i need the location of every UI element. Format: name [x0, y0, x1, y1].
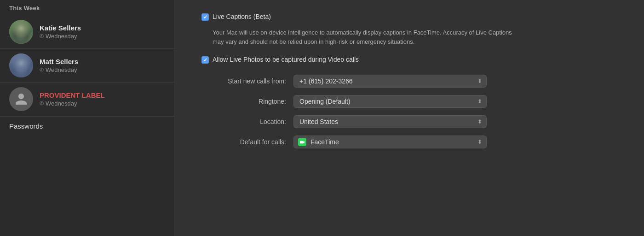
default-calls-row: Default for calls: FaceTime	[201, 136, 622, 148]
contact-name-provident: PROVIDENT LABEL	[40, 91, 105, 99]
live-captions-label: Live Captions (Beta)	[213, 13, 271, 20]
default-calls-label: Default for calls:	[201, 138, 293, 146]
live-photos-row: ✓ Allow Live Photos to be captured durin…	[201, 56, 622, 64]
live-captions-row: ✓ Live Captions (Beta)	[201, 13, 622, 21]
start-calls-dropdown[interactable]: +1 (615) 202-3266	[293, 75, 487, 88]
avatar-katie	[9, 20, 33, 44]
ringtone-dropdown-wrapper: Opening (Default)	[293, 95, 487, 108]
start-calls-row: Start new calls from: +1 (615) 202-3266	[201, 75, 622, 88]
checkbox-check-live-captions: ✓	[203, 15, 207, 20]
contact-item-matt[interactable]: Matt Sellers ✆ Wednesday	[0, 49, 174, 83]
phone-icon-provident: ✆	[40, 100, 44, 106]
live-photos-checkbox[interactable]: ✓	[201, 56, 209, 64]
phone-icon-matt: ✆	[40, 67, 44, 73]
location-dropdown-wrapper: United States	[293, 115, 487, 128]
passwords-item[interactable]: Passwords	[0, 116, 174, 136]
contact-day-katie: ✆ Wednesday	[40, 33, 81, 40]
phone-icon-katie: ✆	[40, 33, 44, 39]
start-calls-dropdown-wrapper: +1 (615) 202-3266	[293, 75, 487, 88]
contact-day-provident: ✆ Wednesday	[40, 100, 105, 107]
location-label: Location:	[201, 118, 293, 125]
start-calls-label: Start new calls from:	[201, 77, 293, 85]
contact-name-katie: Katie Sellers	[40, 24, 81, 32]
contact-day-matt: ✆ Wednesday	[40, 66, 78, 73]
live-captions-description: Your Mac will use on-device intelligence…	[201, 28, 514, 47]
live-photos-label: Allow Live Photos to be captured during …	[213, 56, 359, 63]
section-header: This Week	[0, 0, 174, 15]
default-calls-dropdown-wrapper: FaceTime	[293, 136, 487, 148]
contact-name-matt: Matt Sellers	[40, 58, 78, 65]
avatar-provident	[9, 87, 33, 111]
live-captions-checkbox[interactable]: ✓	[201, 13, 209, 21]
contact-info-katie: Katie Sellers ✆ Wednesday	[40, 24, 81, 40]
ringtone-label: Ringtone:	[201, 98, 293, 105]
left-panel: This Week Katie Sellers ✆ Wednesday Matt…	[0, 0, 175, 236]
location-row: Location: United States	[201, 115, 622, 128]
ringtone-row: Ringtone: Opening (Default)	[201, 95, 622, 108]
checkbox-check-live-photos: ✓	[203, 58, 207, 63]
contact-item-provident[interactable]: PROVIDENT LABEL ✆ Wednesday	[0, 83, 174, 116]
contact-info-provident: PROVIDENT LABEL ✆ Wednesday	[40, 91, 105, 107]
contact-info-matt: Matt Sellers ✆ Wednesday	[40, 58, 78, 73]
contact-item-katie[interactable]: Katie Sellers ✆ Wednesday	[0, 15, 174, 49]
person-icon	[14, 92, 28, 106]
default-calls-dropdown[interactable]: FaceTime	[293, 136, 487, 148]
avatar-matt	[9, 53, 33, 77]
location-dropdown[interactable]: United States	[293, 115, 487, 128]
right-panel: ✓ Live Captions (Beta) Your Mac will use…	[175, 0, 644, 236]
ringtone-dropdown[interactable]: Opening (Default)	[293, 95, 487, 108]
